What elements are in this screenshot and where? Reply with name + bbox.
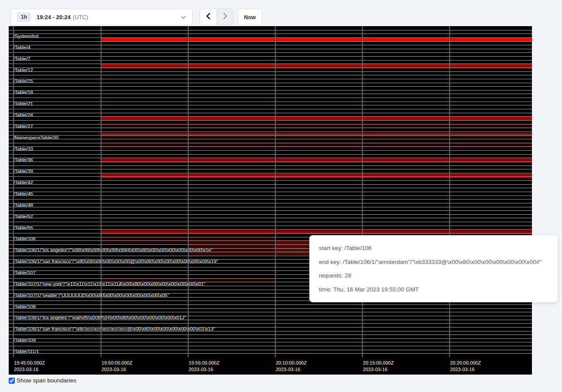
chevron-left-icon (206, 13, 211, 21)
time-axis-tick: 20:10:00.000Z2023-03-16 (276, 360, 307, 373)
key-visualizer-canvas[interactable]: /System/tsd/Table/4/Table/7/Table/12/Tab… (9, 26, 532, 375)
span-key-label: /Table/24 (14, 112, 33, 118)
show-span-boundaries-label: Show span boundaries (17, 377, 76, 384)
span-boundary-line (9, 335, 532, 335)
heat-band (101, 174, 532, 178)
span-boundary-line (9, 346, 532, 346)
tooltip: start key: /Table/106 end key: /Table/10… (309, 235, 558, 302)
heat-band (101, 145, 532, 149)
span-boundary-line (9, 350, 532, 350)
footer-row: Show span boundaries (9, 377, 76, 384)
time-axis-tick: 20:20:00.000Z2023-03-16 (450, 360, 481, 373)
span-boundary-line (9, 116, 532, 117)
time-gridline (275, 26, 276, 357)
span-boundary-line (9, 113, 532, 113)
range-label: 19:24 - 20:24 (37, 14, 71, 20)
span-boundary-line (9, 312, 532, 312)
chevron-right-icon (223, 13, 228, 21)
time-axis-tick: 19:50:00.000Z2023-03-16 (102, 360, 132, 373)
span-boundary-line (9, 68, 532, 68)
span-boundary-line (9, 30, 532, 30)
span-boundary-line (9, 323, 532, 324)
span-key-label: /Table/108/1/"san francisco"/"\x8c\xcc\x… (14, 326, 215, 332)
time-gridline (188, 26, 189, 357)
span-key-label: /Table/7 (14, 56, 30, 62)
span-key-label: /Table/52 (14, 214, 33, 220)
span-boundary-line (9, 203, 532, 203)
span-key-label: /Table/48 (14, 203, 33, 208)
span-boundary-line (9, 64, 532, 64)
span-key-label: /Table/42 (14, 180, 33, 186)
span-key-label: /Table/106/1/"san francisco"/"\x80\x00\x… (14, 259, 218, 264)
span-boundary-line (9, 109, 532, 109)
range-timezone: (UTC) (73, 14, 88, 20)
span-boundary-line (9, 188, 532, 188)
heatmap-rows: /System/tsd/Table/4/Table/7/Table/12/Tab… (9, 26, 532, 357)
span-key-label: /Table/109 (14, 338, 36, 343)
span-boundary-line (9, 83, 532, 83)
time-gridline (362, 26, 363, 357)
span-boundary-line (9, 226, 532, 226)
span-boundary-line (9, 45, 532, 45)
span-boundary-line (9, 207, 532, 207)
span-boundary-line (9, 132, 532, 132)
chevron-down-icon (181, 13, 186, 21)
span-boundary-line (9, 169, 532, 169)
span-boundary-line (9, 218, 532, 218)
span-boundary-line (9, 192, 532, 192)
span-key-label: /Table/27 (14, 124, 33, 129)
span-boundary-line (9, 229, 532, 230)
span-boundary-line (9, 120, 532, 121)
span-boundary-line (9, 146, 532, 147)
show-span-boundaries-checkbox[interactable] (9, 378, 15, 384)
span-boundary-line (9, 128, 532, 128)
span-boundary-line (9, 154, 532, 155)
span-key-label: /Table/107/1/"seattle"/"UUUUUUD\x00\x80\… (14, 293, 169, 298)
span-boundary-line (9, 86, 532, 87)
span-boundary-line (9, 176, 532, 177)
span-key-label: /Table/33 (14, 146, 33, 152)
span-boundary-line (9, 180, 532, 181)
span-boundary-line (9, 143, 532, 143)
time-range-selector[interactable]: 1h 19:24 - 20:24 (UTC) (10, 9, 193, 25)
now-button[interactable]: Now (237, 9, 262, 25)
span-boundary-line (9, 60, 532, 61)
span-boundary-line (9, 79, 532, 79)
span-boundary-line (9, 353, 532, 354)
span-boundary-line (9, 135, 532, 135)
span-boundary-line (9, 166, 532, 166)
span-boundary-line (9, 75, 532, 75)
span-key-label: /NamespaceTable/30 (14, 135, 58, 141)
span-key-label: /Table/55 (14, 225, 33, 231)
heat-band (101, 133, 532, 136)
span-boundary-line (9, 34, 532, 34)
tooltip-end-key: end key: /Table/106/1/"amsterdam"/"\xb33… (319, 259, 558, 265)
span-key-label: /Table/111/1 (14, 349, 39, 355)
tooltip-requests: requests: 28 (319, 272, 558, 279)
span-boundary-line (9, 101, 532, 102)
span-boundary-line (9, 196, 532, 196)
span-key-label: /Table/106 (14, 236, 36, 242)
span-key-label: /Table/107 (14, 270, 36, 276)
span-boundary-line (9, 233, 532, 233)
next-time-button[interactable] (217, 9, 233, 25)
span-boundary-line (9, 173, 532, 173)
heat-band (101, 230, 532, 234)
span-key-label: /Table/45 (14, 191, 33, 197)
tooltip-start-key: start key: /Table/106 (319, 245, 558, 251)
span-boundary-line (9, 150, 532, 151)
span-boundary-line (9, 56, 532, 57)
span-boundary-line (9, 338, 532, 339)
span-boundary-line (9, 304, 532, 305)
span-key-label: /Table/39 (14, 169, 33, 174)
span-boundary-line (9, 308, 532, 309)
span-key-label: /Table/108 (14, 304, 36, 310)
prev-time-button[interactable] (200, 9, 217, 25)
span-boundary-line (9, 210, 532, 211)
span-key-label: /Table/107/1/"new york"/"\x11\x11\x11\x1… (14, 281, 205, 287)
span-boundary-line (9, 342, 532, 342)
span-key-label: /Table/4 (14, 45, 30, 51)
span-key-label: /Table/21 (14, 101, 33, 107)
span-boundary-line (9, 94, 532, 94)
time-axis: 19:45:00.000Z2023-03-1619:50:00.000Z2023… (9, 357, 532, 375)
